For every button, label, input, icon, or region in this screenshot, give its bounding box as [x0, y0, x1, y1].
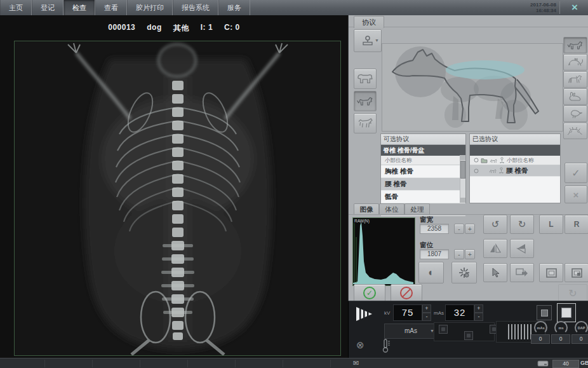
tab-image[interactable]: 图像 — [354, 203, 379, 215]
protocol-group-header[interactable]: 脊椎 椎骨/骨盆 — [381, 145, 465, 156]
selected-protocol-name: 腰 椎骨 — [506, 165, 528, 176]
tab-process[interactable]: 处理 — [404, 203, 430, 215]
list-scrollbar[interactable] — [460, 155, 465, 203]
flip-vertical-button[interactable] — [510, 239, 534, 258]
large-dog-icon — [356, 72, 374, 86]
medium-dog-icon — [356, 94, 374, 108]
animal-rabbit-button[interactable] — [563, 88, 587, 105]
body-region-diagram[interactable] — [382, 43, 563, 132]
gauge-dap-icon: DAP — [575, 321, 588, 334]
rotate-cw-button[interactable]: ↻ — [510, 215, 534, 234]
reject-image-button[interactable] — [391, 284, 422, 302]
indicator-center[interactable] — [464, 331, 473, 340]
patient-info-bar: 000013 dog 其他 I: 1 C: 0 — [0, 23, 348, 34]
indicator-left[interactable] — [439, 325, 448, 334]
close-button[interactable]: × — [566, 1, 583, 14]
horse-icon — [566, 74, 585, 85]
save-frame-button[interactable] — [565, 263, 588, 282]
radio-icon[interactable] — [474, 168, 479, 174]
protocol-item-lumbar[interactable]: 腰 椎骨 — [381, 178, 465, 191]
gauge-dap-value: 0 — [571, 334, 588, 344]
tab-position[interactable]: 体位 — [379, 203, 404, 215]
window-width-minus-button[interactable]: - — [454, 224, 464, 234]
invert-button[interactable]: ◐ — [418, 262, 444, 283]
time-text: 16:48:34 — [499, 8, 556, 13]
window-width-value: 2358 — [420, 224, 449, 234]
lizard-icon — [566, 125, 585, 137]
xray-image[interactable] — [15, 41, 340, 355]
confirm-protocol-button[interactable]: ✓ — [565, 163, 587, 183]
region-spine-selected — [446, 60, 525, 79]
scroll-down-arrow[interactable] — [460, 198, 465, 203]
animal-dog-button[interactable] — [563, 37, 587, 53]
patient-table-button[interactable]: ▼ — [354, 29, 382, 52]
menu-register[interactable]: 登记 — [32, 0, 63, 15]
view-single-button[interactable] — [539, 263, 563, 282]
protocol-item-thoracic[interactable]: 胸椎 椎骨 — [381, 165, 465, 178]
exposure-mode-select[interactable]: mAs ▼ — [384, 324, 438, 339]
region-front-limb — [444, 102, 466, 128]
message-envelope-icon[interactable]: ✉ — [353, 359, 359, 367]
scrollbar-thumb[interactable] — [460, 161, 465, 179]
accept-image-button[interactable]: ✓ — [354, 284, 385, 302]
image-viewer: 000013 dog 其他 I: 1 C: 0 — [0, 15, 348, 358]
animal-reptile-button[interactable] — [563, 123, 587, 139]
marker-left-button[interactable]: L — [539, 215, 563, 234]
invert-contrast-icon: ◐ — [428, 267, 434, 278]
titlebar-separator — [559, 1, 560, 14]
selected-protocol-row[interactable]: 腰 椎骨 — [470, 165, 560, 177]
reset-icon: ↻ — [568, 287, 577, 299]
gauge-ms-icon: ms — [554, 321, 568, 334]
selected-protocols-title: 已选协议 — [470, 134, 560, 145]
animal-horse-button[interactable] — [563, 71, 587, 88]
window-width-plus-button[interactable]: + — [465, 224, 475, 234]
thumbnail-column-icon — [481, 158, 488, 163]
marker-right-button[interactable]: R — [565, 215, 588, 234]
dog-icon — [566, 39, 585, 51]
kv-minus-button[interactable]: - — [422, 313, 431, 321]
menu-view[interactable]: 查看 — [95, 0, 127, 15]
kv-plus-button[interactable]: + — [422, 304, 431, 313]
enhance-button[interactable] — [451, 262, 477, 283]
menu-exam[interactable]: 检查 — [63, 0, 95, 15]
tab-protocol[interactable]: 协议 — [354, 16, 384, 28]
pan-image-button[interactable] — [510, 263, 534, 282]
protocol-item-sacrum[interactable]: 骶骨 — [381, 191, 465, 203]
menu-home[interactable]: 主页 — [0, 0, 32, 15]
patient-id: 000013 — [108, 23, 135, 34]
selected-protocols-list: 已选协议 小部位名称 腰 椎骨 — [469, 133, 561, 203]
remove-protocol-button[interactable]: × — [565, 186, 587, 203]
size-large-dog-button[interactable] — [354, 69, 377, 89]
reset-button[interactable]: ↻ — [558, 284, 587, 302]
flip-horizontal-button[interactable] — [483, 239, 507, 258]
field-large-button[interactable] — [557, 303, 576, 322]
exposure-inhibit-icon: ⊗ — [356, 339, 364, 351]
animal-cat-button[interactable] — [563, 54, 587, 71]
size-small-dog-button[interactable] — [354, 113, 377, 133]
xray-image-frame[interactable] — [14, 41, 341, 356]
animal-bird-button[interactable] — [563, 106, 587, 122]
menu-film-print[interactable]: 胶片打印 — [127, 0, 173, 15]
available-protocols-title: 可选协议 — [381, 134, 465, 145]
small-dog-icon — [356, 116, 374, 130]
marker-right-label: R — [574, 220, 580, 229]
menu-report-system[interactable]: 报告系统 — [173, 0, 218, 15]
window-level-label: 窗位 — [420, 241, 433, 250]
size-medium-dog-button[interactable] — [354, 91, 377, 111]
marker-left-label: L — [549, 220, 553, 229]
field-small-button[interactable] — [537, 305, 552, 320]
rotate-ccw-button[interactable]: ↺ — [483, 215, 507, 234]
large-square-icon — [561, 308, 571, 318]
scroll-up-arrow[interactable] — [460, 155, 465, 160]
ready-beam-icon — [355, 306, 374, 322]
window-level-minus-button[interactable]: - — [454, 249, 464, 259]
exposure-panel: kV 75 + - mAs 32 + - mAs ▼ mAs 0 ms — [348, 301, 588, 358]
mas-plus-button[interactable]: + — [474, 304, 483, 313]
cursor-tool-button[interactable] — [483, 263, 507, 282]
histogram-panel[interactable]: RAW(N) — [352, 217, 415, 286]
menu-service[interactable]: 服务 — [218, 0, 250, 15]
column-header-part-name: 小部位名称 — [381, 156, 465, 165]
tab-strip-line — [349, 27, 588, 27]
window-level-plus-button[interactable]: + — [465, 249, 475, 259]
mas-minus-button[interactable]: - — [474, 313, 483, 321]
